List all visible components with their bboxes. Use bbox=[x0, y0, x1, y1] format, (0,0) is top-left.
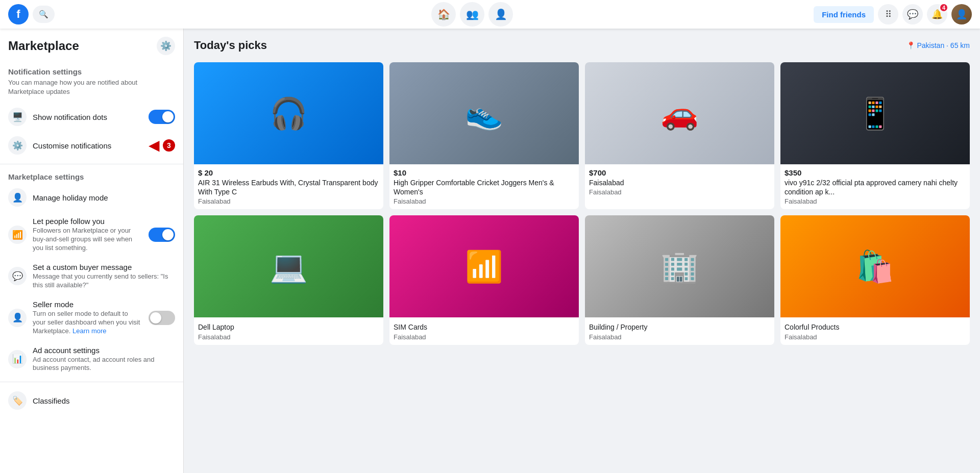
settings-gear-button[interactable]: ⚙️ bbox=[157, 37, 175, 55]
seller-mode-item[interactable]: 👤 Seller mode Turn on seller mode to def… bbox=[0, 295, 183, 341]
main-layout: Marketplace ⚙️ Notification settings You… bbox=[0, 29, 980, 473]
product-image-icon: 🏢 bbox=[660, 248, 699, 285]
follow-text: Let people follow you Followers on Marke… bbox=[33, 217, 142, 253]
product-card[interactable]: 🚗 $700 Faisalabad Faisalabad bbox=[585, 62, 774, 209]
search-box[interactable]: 🔍 bbox=[33, 6, 55, 23]
product-image: 📶 bbox=[389, 215, 579, 317]
content-header: Today's picks 📍 Pakistan · 65 km bbox=[194, 39, 970, 52]
buyer-message-label: Set a custom buyer message bbox=[33, 263, 175, 271]
show-notification-dots-item[interactable]: 🖥️ Show notification dots bbox=[0, 103, 183, 131]
product-image: 🏢 bbox=[585, 215, 774, 317]
buyer-message-text: Set a custom buyer message Message that … bbox=[33, 263, 175, 290]
home-nav-button[interactable]: 🏠 bbox=[431, 2, 456, 27]
product-info: $350 vivo y91c 2/32 official pta approve… bbox=[780, 164, 970, 209]
product-location: Faisalabad bbox=[198, 333, 379, 341]
notification-badge: 4 bbox=[939, 3, 948, 12]
follow-toggle[interactable] bbox=[149, 228, 175, 242]
product-name: Colorful Products bbox=[785, 322, 966, 332]
product-card[interactable]: 👟 $10 High Gripper Comfortable Cricket J… bbox=[389, 62, 579, 209]
product-name: Dell Laptop bbox=[198, 322, 379, 332]
divider-1 bbox=[0, 164, 183, 164]
product-image-icon: 📶 bbox=[465, 248, 503, 285]
apps-button[interactable]: ⠿ bbox=[878, 4, 898, 24]
marketplace-settings-label: Marketplace settings bbox=[0, 168, 183, 183]
product-name: SIM Cards bbox=[394, 322, 575, 332]
product-location: Faisalabad bbox=[785, 197, 966, 205]
product-price: $ 20 bbox=[198, 168, 379, 177]
product-location: Faisalabad bbox=[394, 197, 575, 205]
manage-holiday-mode-item[interactable]: 👤 Manage holiday mode bbox=[0, 183, 183, 212]
product-card[interactable]: 📶 SIM Cards Faisalabad bbox=[389, 215, 579, 344]
notification-dots-text: Show notification dots bbox=[33, 113, 142, 121]
messenger-button[interactable]: 💬 bbox=[902, 4, 923, 24]
ad-account-settings-item[interactable]: 📊 Ad account settings Ad account contact… bbox=[0, 341, 183, 378]
product-card[interactable]: 🛍️ Colorful Products Faisalabad bbox=[780, 215, 970, 344]
top-navigation: f 🔍 🏠 👥 👤 Find friends ⠿ 💬 🔔 4 👤 bbox=[0, 0, 980, 29]
seller-mode-toggle[interactable] bbox=[149, 311, 175, 325]
product-image: 💻 bbox=[194, 215, 383, 317]
notification-dots-icon: 🖥️ bbox=[8, 108, 27, 126]
custom-buyer-message-item[interactable]: 💬 Set a custom buyer message Message tha… bbox=[0, 258, 183, 295]
location-tag[interactable]: 📍 Pakistan · 65 km bbox=[906, 41, 970, 49]
seller-mode-description: Turn on seller mode to default to your s… bbox=[33, 310, 142, 336]
customise-notifications-text: Customise notifications bbox=[33, 141, 142, 150]
dating-nav-button[interactable]: 👤 bbox=[488, 2, 513, 27]
main-content: Today's picks 📍 Pakistan · 65 km 🎧 $ 20 … bbox=[184, 29, 980, 473]
let-people-follow-item[interactable]: 📶 Let people follow you Followers on Mar… bbox=[0, 212, 183, 258]
seller-mode-text: Seller mode Turn on seller mode to defau… bbox=[33, 300, 142, 336]
product-info: Dell Laptop Faisalabad bbox=[194, 317, 383, 344]
seller-mode-label: Seller mode bbox=[33, 300, 142, 309]
nav-right: Find friends ⠿ 💬 🔔 4 👤 bbox=[814, 4, 972, 24]
find-friends-button[interactable]: Find friends bbox=[814, 6, 874, 23]
product-card[interactable]: 📱 $350 vivo y91c 2/32 official pta appro… bbox=[780, 62, 970, 209]
ad-account-description: Ad account contact, ad account roles and… bbox=[33, 356, 175, 373]
product-location: Faisalabad bbox=[394, 333, 575, 341]
product-price: $10 bbox=[394, 168, 575, 177]
location-pin-icon: 📍 bbox=[906, 41, 915, 49]
product-info: $ 20 AIR 31 Wireless Earbuds With, Cryst… bbox=[194, 164, 383, 209]
product-image: 🎧 bbox=[194, 62, 383, 164]
holiday-mode-text: Manage holiday mode bbox=[33, 193, 175, 202]
notification-dots-toggle[interactable] bbox=[149, 110, 175, 124]
product-location: Faisalabad bbox=[198, 197, 379, 205]
friends-nav-button[interactable]: 👥 bbox=[460, 2, 484, 27]
product-card[interactable]: 🏢 Building / Property Faisalabad bbox=[585, 215, 774, 344]
product-location: Faisalabad bbox=[589, 188, 770, 196]
notifications-button[interactable]: 🔔 4 bbox=[927, 4, 947, 24]
product-name: AIR 31 Wireless Earbuds With, Crystal Tr… bbox=[198, 178, 379, 196]
classifieds-item[interactable]: 🏷️ Classifieds bbox=[0, 386, 183, 415]
ad-account-text: Ad account settings Ad account contact, … bbox=[33, 346, 175, 373]
product-grid: 🎧 $ 20 AIR 31 Wireless Earbuds With, Cry… bbox=[194, 62, 970, 345]
follow-toggle-slider bbox=[149, 228, 175, 242]
product-name: Faisalabad bbox=[589, 178, 770, 187]
product-image: 📱 bbox=[780, 62, 970, 164]
product-name: Building / Property bbox=[589, 322, 770, 332]
page-title: Today's picks bbox=[194, 39, 267, 52]
product-image-icon: 🎧 bbox=[270, 95, 308, 132]
product-image: 👟 bbox=[389, 62, 579, 164]
nav-center: 🏠 👥 👤 bbox=[131, 2, 814, 27]
notification-badge-num: 3 bbox=[163, 139, 175, 152]
product-name: vivo y91c 2/32 official pta approved cam… bbox=[785, 178, 966, 196]
seller-mode-learn-more-link[interactable]: Learn more bbox=[72, 327, 106, 335]
notification-settings-description: You can manage how you are notified abou… bbox=[0, 78, 183, 103]
follow-icon: 📶 bbox=[8, 226, 27, 244]
toggle-slider bbox=[149, 110, 175, 124]
product-card[interactable]: 🎧 $ 20 AIR 31 Wireless Earbuds With, Cry… bbox=[194, 62, 383, 209]
facebook-logo[interactable]: f bbox=[8, 4, 29, 24]
product-card[interactable]: 💻 Dell Laptop Faisalabad bbox=[194, 215, 383, 344]
product-image-icon: 👟 bbox=[465, 95, 503, 132]
product-location: Faisalabad bbox=[589, 333, 770, 341]
product-name: High Gripper Comfortable Cricket Joggers… bbox=[394, 178, 575, 196]
product-image-icon: 💻 bbox=[270, 248, 308, 285]
red-arrow-icon: ◀ bbox=[149, 138, 160, 153]
customise-notifications-label: Customise notifications bbox=[33, 141, 142, 150]
notification-settings-section: Notification settings You can manage how… bbox=[0, 63, 183, 103]
customise-notifications-item[interactable]: ⚙️ Customise notifications ◀ 3 bbox=[0, 131, 183, 160]
sidebar-title: Marketplace bbox=[8, 39, 79, 53]
product-image: 🚗 bbox=[585, 62, 774, 164]
seller-mode-icon: 👤 bbox=[8, 309, 27, 327]
follow-description: Followers on Marketplace or your buy-and… bbox=[33, 227, 142, 253]
user-avatar[interactable]: 👤 bbox=[951, 4, 972, 24]
product-image-icon: 🚗 bbox=[660, 95, 699, 132]
